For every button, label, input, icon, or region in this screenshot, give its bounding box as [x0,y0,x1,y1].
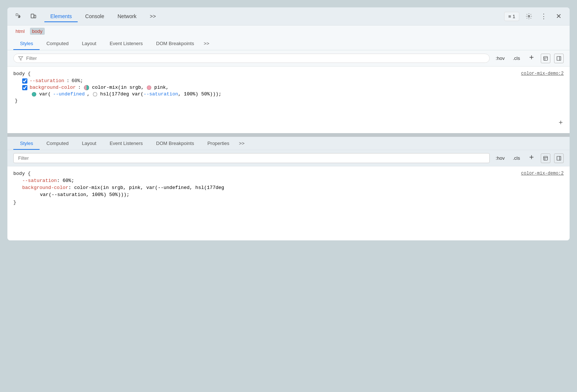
top-panel: Elements Console Network >> ≡ 1 ⋮ ✕ [7,7,570,134]
tab-elements[interactable]: Elements [44,11,78,21]
css-closing-top: } [13,98,564,104]
messages-icon: ≡ [508,14,511,19]
settings-icon[interactable] [524,11,534,21]
tab-more[interactable]: >> [144,11,162,21]
svg-rect-7 [544,56,548,60]
svg-rect-0 [16,14,18,16]
inspector-stylesheet-btn-top[interactable] [541,54,550,63]
css-property-saturation: --saturation : 60%; [13,78,564,84]
css-property-bg-line2: var(--undefined, hsl(177deg var(--satura… [13,91,564,97]
filter-actions-bottom: :hov .cls [493,153,564,163]
panel-divider [7,134,570,137]
breadcrumb-body[interactable]: body [30,28,45,35]
css-property-bg-line1: background-color : color-mix(in srgb, pi… [13,85,564,90]
bg-color-value-1: color-mix(in srgb, [92,85,144,90]
tab-dom-breakpoints-bottom[interactable]: DOM Breakpoints [149,137,201,150]
bottom-bg-line2: var(--saturation, 100%) 50%))); [13,192,564,197]
tab-more-bottom[interactable]: >> [236,137,247,150]
toggle-sidebar-btn-top[interactable] [554,54,564,63]
saturation-checkbox[interactable] [22,78,27,84]
toggle-sidebar-btn-bottom[interactable] [554,153,564,163]
saturation-value[interactable]: 60%; [71,78,83,84]
filter-input-top[interactable] [26,55,485,61]
css-source-bottom[interactable]: color-mix-demo:2 [521,171,564,176]
bottom-panel: Styles Computed Layout Event Listeners D… [7,137,570,240]
tab-console[interactable]: Console [79,11,110,21]
bg-hsl-value: hsl(177deg var(--saturation, 100%) 50%))… [100,91,222,97]
toolbar: Elements Console Network >> ≡ 1 ⋮ ✕ [7,7,570,25]
saturation-colon: : [67,78,70,84]
css-rule-header-bottom: body { color-mix-demo:2 [13,171,564,176]
bottom-saturation-colon: : 60%; [57,178,74,183]
bottom-bg-line1: background-color: color-mix(in srgb, pin… [13,185,564,190]
cls-btn-bottom[interactable]: .cls [511,155,523,162]
tab-styles-top[interactable]: Styles [13,37,40,50]
tab-styles-bottom[interactable]: Styles [13,137,40,150]
close-icon[interactable]: ✕ [553,11,564,21]
css-add-rule-btn-top[interactable] [558,119,564,127]
bottom-bg-name[interactable]: background-color [22,185,68,190]
pseudo-btn-top[interactable]: :hov [493,55,507,62]
bottom-saturation-name[interactable]: --saturation [22,178,57,183]
bg-color-prop-name[interactable]: background-color [30,85,76,90]
css-selector-top: body { [13,71,31,77]
bottom-bg-value2: var(--saturation, 100%) 50%))); [40,192,129,197]
breadcrumb-bar: html body [7,25,570,37]
filter-bar-top: :hov .cls [7,50,570,67]
tab-more-top[interactable]: >> [201,37,212,50]
tab-event-listeners-top[interactable]: Event Listeners [103,37,149,50]
css-source-top[interactable]: color-mix-demo:2 [521,71,564,76]
badge-count: 1 [513,14,515,19]
inspector-stylesheet-btn-bottom[interactable] [541,153,550,163]
pseudo-btn-bottom[interactable]: :hov [493,155,507,162]
bottom-saturation-line: --saturation: 60%; [13,178,564,183]
svg-rect-16 [544,156,548,160]
tab-computed-top[interactable]: Computed [40,37,75,50]
messages-badge[interactable]: ≡ 1 [504,12,519,21]
color-mix-swatch[interactable] [84,85,89,90]
bg-color-colon: : [78,85,81,90]
undefined-var-link[interactable]: --undefined [53,91,85,97]
svg-rect-1 [31,14,34,18]
tab-layout-bottom[interactable]: Layout [75,137,103,150]
svg-marker-4 [18,56,23,60]
bg-value-var-undefined: var( [39,91,51,97]
css-rule-header-top: body { color-mix-demo:2 [13,71,564,77]
saturation-prop-name[interactable]: --saturation [30,78,64,84]
tab-layout-top[interactable]: Layout [75,37,103,50]
teal-swatch[interactable] [32,92,36,97]
filter-input-bottom[interactable] [18,155,485,161]
filter-bar-bottom: :hov .cls [7,150,570,166]
toolbar-right: ≡ 1 ⋮ ✕ [504,11,564,21]
add-rule-btn-bottom[interactable] [526,153,537,163]
cls-btn-top[interactable]: .cls [511,55,523,62]
tab-network[interactable]: Network [112,11,142,21]
devtools-window: Elements Console Network >> ≡ 1 ⋮ ✕ [7,7,570,240]
breadcrumb-html[interactable]: html [13,28,27,35]
pink-swatch[interactable] [147,85,151,90]
style-tabs-top: Styles Computed Layout Event Listeners D… [7,37,570,50]
bg-color-checkbox[interactable] [22,85,27,90]
bg-color-value-2: pink, [154,85,169,90]
add-rule-btn-top[interactable] [526,53,537,63]
device-toggle-icon[interactable] [28,11,38,21]
bottom-bg-value1: : color-mix(in srgb, pink, var(--undefin… [68,185,224,190]
css-content-bottom: body { color-mix-demo:2 --saturation: 60… [7,166,570,240]
tab-properties-bottom[interactable]: Properties [201,137,236,150]
tab-computed-bottom[interactable]: Computed [40,137,75,150]
tab-dom-breakpoints-top[interactable]: DOM Breakpoints [149,37,201,50]
hsl-swatch[interactable] [93,92,97,97]
tab-event-listeners-bottom[interactable]: Event Listeners [103,137,149,150]
style-tabs-bottom: Styles Computed Layout Event Listeners D… [7,137,570,150]
saturation-var-link[interactable]: --saturation [144,91,178,97]
more-icon[interactable]: ⋮ [539,11,549,21]
css-selector-bottom: body { [13,171,31,176]
css-content-top: body { color-mix-demo:2 --saturation : 6… [7,67,570,133]
filter-actions-top: :hov .cls [493,53,564,63]
main-tabs: Elements Console Network >> [44,11,498,21]
filter-icon [18,56,23,61]
svg-rect-19 [557,156,561,160]
css-closing-bottom: } [13,200,564,205]
inspect-icon[interactable] [13,11,24,21]
svg-rect-2 [34,15,36,18]
